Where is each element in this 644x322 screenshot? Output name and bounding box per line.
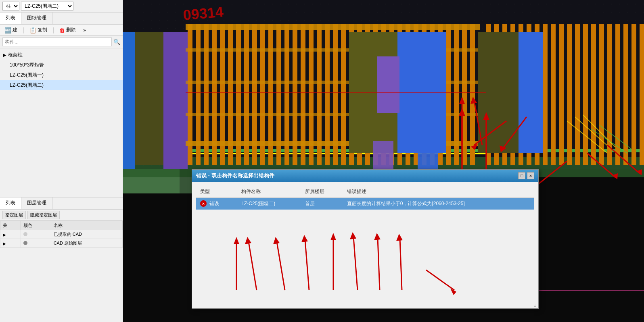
component-type-dropdown[interactable]: 柱 梁 板 (2, 2, 19, 10)
svg-rect-62 (543, 24, 548, 165)
left-panel: 柱 梁 板 LZ-C25(围墙二) LZ-C25(围墙一) 列表 图纸管理 🆕 … (0, 0, 123, 322)
svg-rect-70 (607, 24, 612, 165)
svg-rect-63 (551, 24, 556, 165)
svg-line-118 (305, 240, 309, 290)
component-list-section: 柱 梁 板 LZ-C25(围墙二) LZ-C25(围墙一) 列表 图纸管理 🆕 … (0, 0, 123, 197)
tree-item-lz-c25-wall1[interactable]: LZ-C25(围墙一) (0, 70, 123, 80)
dropdown-bar: 柱 梁 板 LZ-C25(围墙二) LZ-C25(围墙一) (0, 0, 123, 12)
top-tab-bar: 列表 图纸管理 (0, 12, 123, 25)
component-name-dropdown[interactable]: LZ-C25(围墙二) LZ-C25(围墙一) (21, 2, 73, 10)
component-tree: ▶ 框架柱 100*50*3厚矩管 LZ-C25(围墙一) LZ-C25(围墙二… (0, 48, 123, 197)
tab-list[interactable]: 列表 (0, 12, 21, 24)
tree-expand-icon: ▶ (3, 53, 6, 57)
search-input[interactable] (2, 37, 112, 46)
dialog-restore-button[interactable]: □ (518, 172, 525, 179)
svg-rect-46 (186, 24, 480, 30)
svg-rect-68 (591, 24, 596, 165)
delete-button[interactable]: 🗑 删除 (57, 26, 78, 34)
tab-layer-management[interactable]: 图层管理 (21, 197, 52, 209)
table-header-row: 类型 构件名称 所属楼层 错误描述 (196, 186, 534, 198)
svg-rect-78 (123, 177, 196, 193)
svg-rect-53 (377, 56, 399, 113)
dialog-content: 类型 构件名称 所属楼层 错误描述 × 错误 LZ-C25(围墙二) 首层 (192, 182, 538, 302)
svg-rect-67 (583, 24, 588, 165)
tree-item-lz-c25-wall2[interactable]: LZ-C25(围墙二) (0, 80, 123, 90)
delete-icon: 🗑 (59, 27, 65, 33)
layer-actions-bar: 指定图层 隐藏指定图层 (0, 210, 123, 221)
col-floor-header: 所属楼层 (301, 186, 343, 198)
svg-rect-74 (640, 24, 644, 165)
error-description-cell: 直筋长度的计算结果小于0，计算公式为[2060-2453-25] (343, 198, 534, 210)
svg-text:09314: 09314 (182, 3, 224, 23)
svg-marker-113 (234, 237, 239, 244)
layer-management-section: 列表 图层管理 指定图层 隐藏指定图层 关 颜色 名称 ▶ (0, 197, 123, 322)
copy-button[interactable]: 📋 复制 (27, 26, 49, 34)
main-viewport: 09314 (123, 0, 644, 322)
row1-color-indicator (23, 232, 27, 236)
svg-rect-65 (567, 24, 572, 165)
dialog-controls: □ × (518, 172, 534, 179)
dialog-title: 错误 - 双击构件名称选择出错构件 (196, 172, 274, 179)
more-button[interactable]: » (81, 27, 88, 34)
col-component-header: 构件名称 (237, 186, 301, 198)
svg-rect-9 (123, 32, 135, 169)
svg-line-126 (400, 239, 402, 290)
dialog-titlebar: 错误 - 双击构件名称选择出错构件 □ × (192, 170, 538, 182)
svg-rect-69 (599, 24, 604, 165)
table-row[interactable]: ▶ 已提取的 CAD (0, 230, 123, 239)
error-table: 类型 构件名称 所属楼层 错误描述 × 错误 LZ-C25(围墙二) 首层 (196, 186, 534, 210)
row2-color-indicator (23, 241, 27, 245)
svg-rect-76 (519, 32, 543, 153)
bottom-tab-bar: 列表 图层管理 (0, 197, 123, 210)
assign-layer-button[interactable]: 指定图层 (2, 211, 26, 219)
svg-marker-117 (273, 237, 280, 244)
dialog-annotation-area (196, 210, 534, 298)
error-floor-cell: 首层 (301, 198, 343, 210)
row1-expand-icon[interactable]: ▶ (3, 233, 6, 237)
tab-drawing-management[interactable]: 图纸管理 (21, 12, 52, 24)
layer-table: 关 颜色 名称 ▶ 已提取的 CAD ▶ CAD 原始图层 (0, 221, 123, 322)
svg-marker-119 (301, 235, 308, 242)
dialog-close-button[interactable]: × (527, 172, 534, 179)
row2-expand-icon[interactable]: ▶ (3, 241, 6, 246)
tab-bottom-list[interactable]: 列表 (0, 197, 21, 209)
col-name: 名称 (51, 221, 122, 230)
col-type-header: 类型 (196, 186, 237, 198)
tree-item-rect-tube[interactable]: 100*50*3厚矩管 (0, 60, 123, 70)
svg-rect-71 (615, 24, 620, 165)
svg-line-124 (378, 238, 380, 290)
col-toggle: 关 (0, 221, 21, 230)
error-component-cell: LZ-C25(围墙二) (237, 198, 301, 210)
svg-marker-127 (396, 234, 403, 241)
dialog-arrows-svg (196, 210, 534, 298)
error-x-icon: × (200, 200, 207, 207)
svg-line-114 (249, 242, 257, 290)
dialog-resize-handle[interactable]: ⊿ (192, 302, 538, 308)
svg-line-128 (426, 270, 454, 290)
table-row[interactable]: ▶ CAD 原始图层 (0, 239, 123, 248)
copy-icon: 📋 (29, 27, 36, 33)
tree-group-frame-column[interactable]: ▶ 框架柱 (0, 50, 123, 60)
error-type-cell: × 错误 (196, 198, 237, 210)
search-bar: 🔍 (0, 36, 123, 48)
search-icon[interactable]: 🔍 (113, 39, 120, 45)
create-icon: 🆕 (4, 27, 11, 33)
svg-marker-125 (374, 233, 381, 240)
svg-rect-72 (623, 24, 628, 165)
svg-rect-8 (163, 32, 188, 169)
row1-name: 已提取的 CAD (51, 230, 122, 239)
svg-rect-73 (631, 24, 636, 165)
toolbar-bar: 🆕 建 | 📋 复制 | 🗑 删除 » (0, 25, 123, 36)
svg-marker-115 (245, 237, 251, 244)
col-description-header: 错误描述 (343, 186, 534, 198)
svg-line-116 (277, 242, 285, 290)
error-dialog: 错误 - 双击构件名称选择出错构件 □ × 类型 构件名称 所属楼层 错误描述 (192, 169, 539, 309)
svg-line-122 (353, 237, 358, 290)
svg-marker-121 (330, 233, 336, 240)
hide-layer-button[interactable]: 隐藏指定图层 (27, 211, 60, 219)
svg-rect-64 (559, 24, 564, 165)
create-button[interactable]: 🆕 建 (2, 26, 19, 34)
svg-rect-66 (575, 24, 580, 165)
col-color: 颜色 (21, 221, 51, 230)
error-table-row[interactable]: × 错误 LZ-C25(围墙二) 首层 直筋长度的计算结果小于0，计算公式为[2… (196, 198, 534, 210)
